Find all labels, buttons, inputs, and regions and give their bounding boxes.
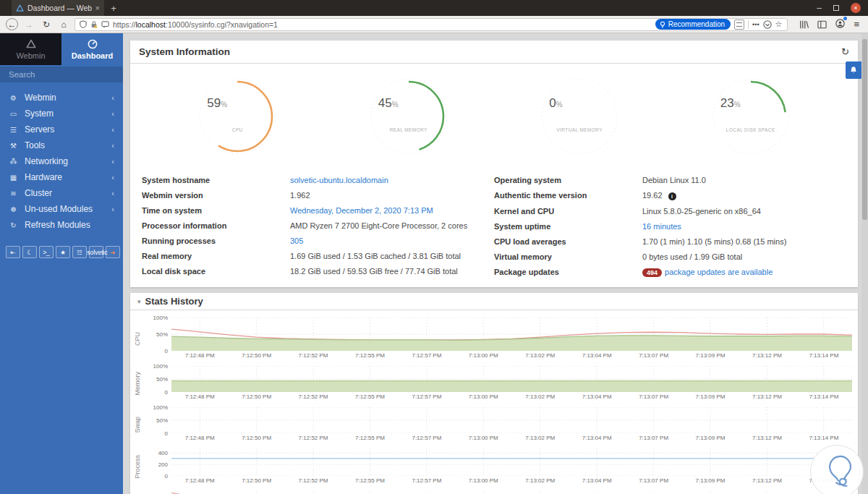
chart-time-axis-swap: 7:12:48 PM7:12:50 PM7:12:52 PM7:12:55 PM… [171,433,852,443]
y-tick: 0 [165,430,168,437]
info-label: Local disk space [142,267,290,276]
menu-button[interactable]: ≡ [854,19,859,30]
terminal-icon: >_ [43,249,50,256]
stats-history-title[interactable]: Stats History [145,296,203,307]
preferences-button[interactable]: ☷ [72,246,87,258]
table-row-processor-information: Processor informationAMD Ryzen 7 2700 Ei… [142,218,477,233]
chart-row-process: Process40020007:12:48 PM7:12:50 PM7:12:5… [132,448,852,485]
info-value: Linux 5.8.0-25-generic on x86_64 [642,207,761,216]
search-input[interactable] [9,70,120,79]
browser-tab[interactable]: Dashboard — Webmin 1. × [12,0,104,16]
browser-toolbar: ← → ↻ ⌂ https://localhost:10000/sysinfo.… [0,16,868,33]
chart-plot-swap [171,407,852,433]
info-value: 16 minutes [642,222,681,231]
sidebar-item-label: Networking [25,156,68,166]
time-tick: 7:13:00 PM [455,477,511,484]
back-button[interactable]: ← [6,18,18,30]
logout-button[interactable]: ➜ [106,246,120,258]
favorites-icon: ★ [60,249,66,256]
chart-axis-label-cpu: CPU [134,332,141,346]
info-value: Debian Linux 11.0 [642,176,706,184]
recommendation-button[interactable]: Recommendation [655,19,731,30]
favorites-button[interactable]: ★ [56,246,70,258]
sidebar-panels-icon[interactable] [817,20,827,29]
minimize-button[interactable]: – [817,3,822,13]
info-value-link[interactable]: solvetic-ubuntu.localdomain [290,176,388,184]
sidebar-item-label: Hardware [25,172,62,182]
sidebar-item-refresh-modules[interactable]: ↻Refresh Modules [0,217,123,233]
time-tick: 7:13:07 PM [625,352,681,359]
time-tick: 7:12:57 PM [399,352,455,359]
time-tick: 7:13:02 PM [512,352,569,359]
gauge-label: REAL MEMORY [369,127,448,132]
page-actions-menu-icon[interactable]: ••• [752,21,759,28]
y-tick: 100% [153,404,168,411]
preferences-icon: ☷ [77,249,82,256]
tab-close-icon[interactable]: × [95,4,100,12]
time-tick: 7:13:07 PM [625,393,681,400]
sidebar-tab-webmin[interactable]: Webmin [0,33,61,65]
info-label: System hostname [142,176,290,184]
info-value-text: 1.69 GiB used / 1.53 GiB cached / 3.81 G… [290,252,461,260]
user-button[interactable]: solvetic [89,246,103,258]
page-scrollbar[interactable] [861,33,868,494]
gauge-arc [197,77,277,156]
refresh-icon: ↻ [9,221,18,229]
scrollbar-thumb[interactable] [862,39,867,220]
system-info-table: System hostnamesolvetic-ubuntu.localdoma… [130,169,858,287]
time-tick: 7:13:09 PM [682,435,739,441]
chart-plot-diskio [171,491,852,494]
collapse-icon[interactable]: ▾ [137,298,141,305]
lightbulb-icon [660,21,665,28]
sidebar-item-label: System [25,108,54,119]
window-close-button[interactable]: × [851,3,861,13]
charts-container: CPU100%50%07:12:48 PM7:12:50 PM7:12:52 P… [130,310,858,494]
home-button[interactable]: ⌂ [57,18,70,31]
info-value-text: Linux 5.8.0-25-generic on x86_64 [642,207,761,216]
info-icon[interactable]: i [668,192,676,200]
terminal-button[interactable]: >_ [39,246,54,258]
lock-warning-icon[interactable] [90,20,98,28]
library-icon[interactable] [799,20,809,29]
pocket-icon[interactable] [763,20,772,29]
sidebar-search[interactable] [0,67,123,82]
table-row-running-processes: Running processes305 [142,233,477,248]
table-row-system-uptime: System uptime16 minutes [494,218,829,234]
info-value-link[interactable]: 16 minutes [642,222,681,231]
table-row-local-disk-space: Local disk space18.2 GiB used / 59.53 Gi… [142,263,477,278]
bookmark-star-icon[interactable]: ☆ [775,20,783,29]
url-bar[interactable]: https://localhost:10000/sysinfo.cgi?xnav… [75,18,788,31]
info-value-link[interactable]: 305 [290,237,303,245]
sidebar-item-webmin[interactable]: ⚙Webmin‹ [0,90,123,106]
account-button[interactable] [835,18,845,31]
reload-button[interactable]: ↻ [40,18,53,31]
y-tick: 0 [165,389,168,396]
sidebar-item-networking[interactable]: ⁂Networking‹ [0,153,123,169]
info-value-link[interactable]: Wednesday, December 2, 2020 7:13 PM [290,206,433,215]
gauge-real-memory: 45%REAL MEMORY [323,77,495,156]
table-row-system-hostname: System hostnamesolvetic-ubuntu.localdoma… [142,172,477,187]
permissions-bubble-icon[interactable] [101,21,109,28]
new-tab-button[interactable]: + [104,0,123,16]
forward-button[interactable]: → [22,18,35,31]
sidebar-item-hardware[interactable]: ▦Hardware‹ [0,169,123,185]
sidebar-item-servers[interactable]: ☰Servers‹ [0,122,123,137]
sidebar-tab-dashboard[interactable]: Dashboard [61,33,123,65]
info-label: CPU load averages [494,237,642,246]
sidebar-item-label: Cluster [25,188,52,198]
sidebar-item-tools[interactable]: ⚒Tools‹ [0,137,123,153]
info-value-link[interactable]: package updates are available [665,268,773,276]
sidebar-item-system[interactable]: ▭System‹ [0,106,123,122]
time-tick: 7:13:00 PM [455,435,511,441]
url-text[interactable]: https://localhost:10000/sysinfo.cgi?xnav… [113,20,652,29]
maximize-button[interactable] [833,5,839,11]
night-mode-button[interactable]: ☾ [22,246,37,258]
shield-icon[interactable] [80,20,87,28]
refresh-icon[interactable]: ↻ [841,46,849,57]
page-action-icon[interactable] [734,20,744,30]
collapse-sidebar-button[interactable]: ⇤ [6,246,20,258]
sidebar-item-cluster[interactable]: ≋Cluster‹ [0,185,123,201]
notifications-button[interactable] [846,61,861,79]
main-content: System Information ↻ 59%CPU45%REAL MEMOR… [123,33,868,494]
sidebar-item-un-used-modules[interactable]: ☸Un-used Modules‹ [0,201,123,217]
